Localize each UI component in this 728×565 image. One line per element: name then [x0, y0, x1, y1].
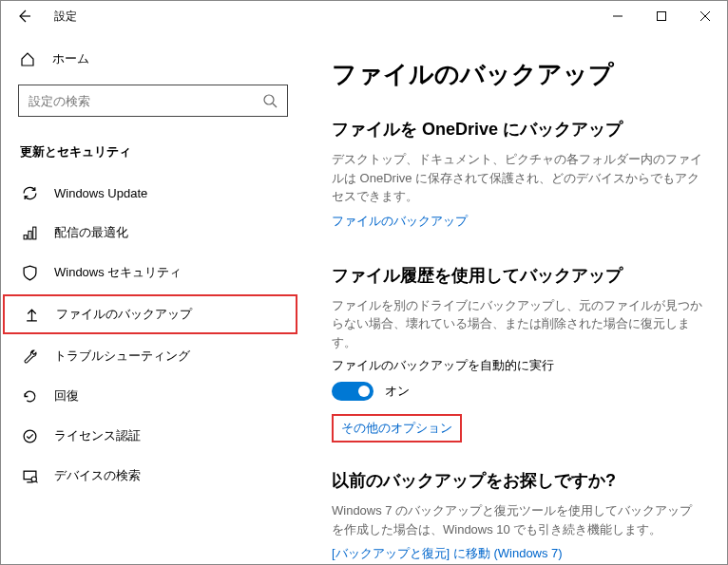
maximize-button[interactable]	[640, 1, 683, 31]
search-box[interactable]	[18, 85, 288, 117]
svg-point-4	[264, 95, 274, 104]
section3-desc: Windows 7 のバックアップと復元ツールを使用してバックアップを作成した場…	[332, 501, 704, 538]
search-icon	[262, 93, 278, 108]
home-icon	[20, 51, 39, 66]
svg-rect-1	[658, 12, 666, 21]
nav-find-device[interactable]: デバイスの検索	[1, 456, 305, 496]
shield-icon	[20, 265, 39, 281]
nav-troubleshoot[interactable]: トラブルシューティング	[1, 336, 305, 376]
nav-recovery[interactable]: 回復	[1, 376, 305, 416]
nav-label: 回復	[54, 387, 79, 405]
sync-icon	[20, 185, 39, 201]
auto-backup-toggle[interactable]	[332, 382, 374, 401]
nav-label: ライセンス認証	[54, 427, 141, 444]
nav-label: 配信の最適化	[54, 224, 128, 241]
titlebar: 設定	[1, 1, 727, 31]
nav-label: トラブルシューティング	[54, 348, 190, 365]
svg-rect-6	[24, 235, 27, 238]
sidebar: ホーム 更新とセキュリティ Windows Update 配信の最適化	[1, 31, 305, 564]
content-area: ファイルのバックアップ ファイルを OneDrive にバックアップ デスクトッ…	[305, 31, 727, 564]
wrench-icon	[20, 348, 39, 365]
back-button[interactable]	[12, 5, 35, 28]
svg-point-10	[24, 430, 36, 443]
search-input[interactable]	[29, 94, 262, 108]
more-options-link[interactable]: その他のオプション	[332, 414, 462, 443]
find-device-icon	[20, 468, 39, 484]
recovery-icon	[20, 388, 39, 405]
backup-icon	[22, 307, 41, 323]
nav-windows-security[interactable]: Windows セキュリティ	[1, 253, 305, 292]
home-label: ホーム	[52, 50, 89, 67]
nav-windows-update[interactable]: Windows Update	[1, 174, 305, 213]
window-controls	[596, 1, 727, 31]
section1-title: ファイルを OneDrive にバックアップ	[332, 118, 704, 141]
nav-label: Windows セキュリティ	[54, 264, 182, 281]
onedrive-backup-link[interactable]: ファイルのバックアップ	[332, 213, 468, 230]
optimization-icon	[20, 225, 39, 241]
svg-point-13	[31, 477, 36, 481]
section-header: 更新とセキュリティ	[1, 136, 305, 174]
close-button[interactable]	[683, 1, 727, 31]
window-title: 設定	[54, 9, 77, 25]
section2-desc: ファイルを別のドライブにバックアップし、元のファイルが見つからない場合、壊れてい…	[332, 296, 704, 352]
home-nav[interactable]: ホーム	[1, 43, 305, 75]
minimize-button[interactable]	[596, 1, 640, 31]
page-title: ファイルのバックアップ	[332, 58, 704, 91]
svg-line-14	[35, 480, 37, 482]
nav-label: ファイルのバックアップ	[56, 306, 192, 323]
nav-backup[interactable]: ファイルのバックアップ	[3, 294, 297, 334]
auto-backup-label: ファイルのバックアップを自動的に実行	[332, 357, 704, 374]
win7-backup-link[interactable]: [バックアップと復元] に移動 (Windows 7)	[332, 545, 563, 562]
svg-line-5	[273, 104, 277, 107]
nav-label: デバイスの検索	[54, 467, 141, 484]
section2-title: ファイル履歴を使用してバックアップ	[332, 264, 704, 287]
svg-rect-8	[32, 227, 35, 239]
toggle-knob	[358, 386, 370, 397]
key-icon	[20, 428, 39, 444]
nav-activation[interactable]: ライセンス認証	[1, 416, 305, 456]
toggle-state-label: オン	[385, 383, 410, 400]
nav-label: Windows Update	[54, 186, 147, 200]
auto-backup-toggle-row: オン	[332, 382, 704, 401]
svg-rect-7	[28, 231, 30, 239]
section1-desc: デスクトップ、ドキュメント、ピクチャの各フォルダー内のファイルは OneDriv…	[332, 150, 704, 206]
nav-delivery-optimization[interactable]: 配信の最適化	[1, 213, 305, 253]
section3-title: 以前のバックアップをお探しですか?	[332, 469, 704, 492]
